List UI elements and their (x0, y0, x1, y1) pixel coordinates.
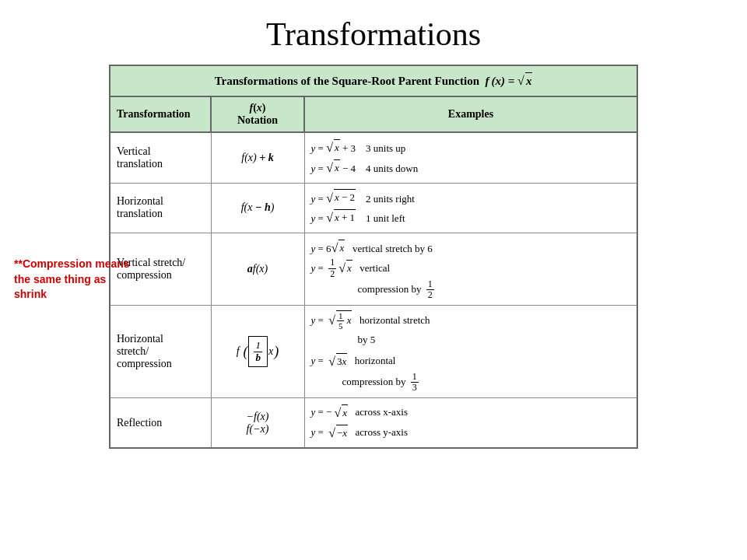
main-table-container: Transformations of the Square-Root Paren… (109, 65, 638, 449)
table-col-headers: Transformation f(x)Notation Examples (110, 96, 637, 132)
transformation-cell: Verticaltranslation (110, 132, 211, 183)
col-header-transformation: Transformation (110, 96, 211, 132)
transformations-table: Transformations of the Square-Root Paren… (109, 65, 638, 449)
col-header-examples: Examples (304, 96, 637, 132)
table-row: Reflection −f(x) f(−x) y = − √x across x… (110, 398, 637, 449)
examples-cell: y = √x − 2 2 units right y = √x + 1 1 un… (304, 183, 637, 233)
table-row: Vertical stretch/compression af(x) y = 6… (110, 233, 637, 305)
examples-cell: y = √x + 3 3 units up y = √x − 4 4 units… (304, 132, 637, 183)
table-main-header: Transformations of the Square-Root Paren… (110, 65, 637, 96)
examples-cell: y = √ 15 x horizontal stretch by 5 y = √… (304, 306, 637, 398)
notation-cell: f(x) + k (211, 132, 304, 183)
transformation-cell: Horizontaltranslation (110, 183, 211, 233)
notation-cell: −f(x) f(−x) (211, 398, 304, 449)
table-header-row: Transformations of the Square-Root Paren… (110, 65, 637, 96)
table-row: Verticaltranslation f(x) + k y = √x + 3 … (110, 132, 637, 183)
table-row: Horizontaltranslation f(x − h) y = √x − … (110, 183, 637, 233)
side-note: **Compression means the same thing as sh… (14, 257, 135, 303)
examples-cell: y = − √x across x-axis y = √−x across y-… (304, 398, 637, 449)
transformation-cell: Horizontalstretch/compression (110, 306, 211, 398)
page-title: Transformations (0, 0, 747, 65)
notation-cell: f(x − h) (211, 183, 304, 233)
notation-cell: f ( 1 b x ) (211, 306, 304, 398)
transformation-cell: Reflection (110, 398, 211, 449)
examples-cell: y = 6√x vertical stretch by 6 y = 12 √x … (304, 233, 637, 305)
table-row: Horizontalstretch/compression f ( 1 b x … (110, 306, 637, 398)
notation-cell: af(x) (211, 233, 304, 305)
col-header-notation: f(x)Notation (211, 96, 304, 132)
